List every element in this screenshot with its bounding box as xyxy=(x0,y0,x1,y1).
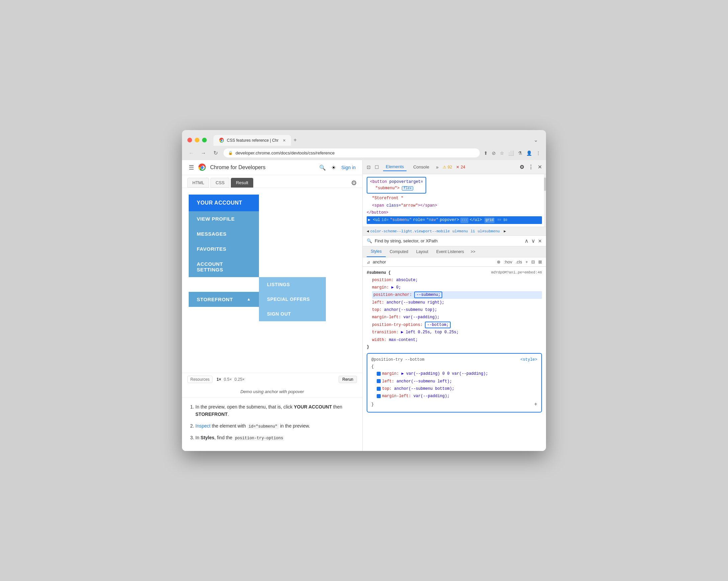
checkbox-margin[interactable] xyxy=(377,372,381,376)
back-button[interactable]: ← xyxy=(187,150,196,156)
favorites-item[interactable]: FAVORITES xyxy=(189,241,259,256)
sign-in-button[interactable]: Sign in xyxy=(341,165,356,170)
zoom-05x[interactable]: 0.5× xyxy=(224,377,232,382)
warning-count: 92 xyxy=(448,165,452,169)
rerun-button[interactable]: Rerun xyxy=(339,376,357,383)
inspect-link[interactable]: Inspect xyxy=(196,423,210,428)
elements-tab[interactable]: Elements xyxy=(383,163,407,171)
devtools-toolbar: ⊡ ☐ Elements Console » ⚠ 92 ✕ 24 ⚙ ⋮ ✕ xyxy=(363,160,546,174)
add-style-rule[interactable]: + xyxy=(525,259,528,265)
view-profile-item[interactable]: VIEW PROFILE xyxy=(189,211,259,226)
styles-tab[interactable]: Styles xyxy=(367,246,386,257)
account-settings-item[interactable]: ACCOUNT SETTINGS xyxy=(189,256,259,277)
device-toolbar-icon[interactable]: ☐ xyxy=(375,164,379,170)
breadcrumb-item-4[interactable]: ul#submenu xyxy=(478,229,500,233)
checkbox-margin-left[interactable] xyxy=(377,394,381,398)
code-settings-icon[interactable]: ⚙ xyxy=(351,179,357,187)
storefront-arrow: ▲ xyxy=(247,297,251,302)
active-tab[interactable]: CSS features reference | Chr ✕ xyxy=(213,135,291,146)
css-prop-margin-left: margin-left: var(--padding); xyxy=(372,313,542,321)
bookmark-icon[interactable]: ☆ xyxy=(500,150,504,156)
hamburger-menu[interactable]: ☰ xyxy=(189,164,194,171)
profile-icon[interactable]: 👤 xyxy=(526,150,532,156)
search-input[interactable]: Find by string, selector, or XPath xyxy=(375,238,522,243)
menu-icon[interactable]: ⋮ xyxy=(536,150,541,156)
search-icon-devtools: 🔍 xyxy=(367,238,372,243)
html-tab[interactable]: HTML xyxy=(187,178,209,188)
pt-margin-left: margin-left: var(--padding); xyxy=(377,392,537,400)
class-button[interactable]: .cls xyxy=(516,259,522,265)
devtools-panel: ⊡ ☐ Elements Console » ⚠ 92 ✕ 24 ⚙ ⋮ ✕ xyxy=(363,160,546,451)
cast-icon[interactable]: ⬆ xyxy=(484,150,488,156)
pt-open: { xyxy=(371,363,537,370)
pt-selector: @position-try --bottom xyxy=(371,357,424,362)
listings-item[interactable]: LISTINGS xyxy=(259,277,326,292)
special-offers-item[interactable]: SPECIAL OFFERS xyxy=(259,292,326,307)
refresh-button[interactable]: ↻ xyxy=(211,150,219,156)
css-tab[interactable]: CSS xyxy=(210,178,230,188)
warning-icon: ⚠ xyxy=(443,165,446,169)
layout-tab[interactable]: Layout xyxy=(412,247,432,257)
new-tab-button[interactable]: + xyxy=(291,134,300,146)
zoom-025x[interactable]: 0.25× xyxy=(235,377,244,382)
sign-out-item[interactable]: SIGN OUT xyxy=(259,307,326,321)
lock-icon: 🔒 xyxy=(228,151,233,155)
labs-icon[interactable]: ⚗ xyxy=(518,150,522,156)
more-tabs-button[interactable]: » xyxy=(436,164,439,170)
address-actions: ⬆ ⊘ ☆ ⬜ ⚗ 👤 ⋮ xyxy=(484,150,541,156)
forward-button[interactable]: → xyxy=(200,150,207,156)
breadcrumb-next[interactable]: ▶ xyxy=(504,229,506,233)
extensions-icon[interactable]: ⬜ xyxy=(508,150,514,156)
minimize-button[interactable] xyxy=(195,138,200,142)
menu-demo: YOUR ACCOUNT VIEW PROFILE MESSAGES FAVOR… xyxy=(182,188,362,328)
search-down-arrow[interactable]: ∨ xyxy=(531,238,535,244)
chrome-logo xyxy=(198,163,206,171)
breadcrumb-prev[interactable]: ◀ xyxy=(367,229,369,233)
result-tab[interactable]: Result xyxy=(231,178,253,188)
console-tab[interactable]: Console xyxy=(411,163,432,171)
menu-items: VIEW PROFILE MESSAGES FAVORITES ACCOUNT … xyxy=(189,211,356,321)
tab-close-button[interactable]: ✕ xyxy=(283,138,286,143)
pt-margin: margin: ▶ var(--padding) 0 0 var(--paddi… xyxy=(377,370,537,378)
pseudo-state-button[interactable]: :hov xyxy=(504,259,512,265)
lens-icon[interactable]: ⊘ xyxy=(492,150,496,156)
checkbox-top[interactable] xyxy=(377,387,381,391)
search-up-arrow[interactable]: ∧ xyxy=(525,238,528,244)
devtools-close-button[interactable]: ✕ xyxy=(538,164,542,170)
search-bar: 🔍 Find by string, selector, or XPath ∧ ∨… xyxy=(363,236,546,246)
filter-actions: ⊗ :hov .cls + ⊟ ⊠ xyxy=(497,259,542,265)
breadcrumb-item-1[interactable]: color-scheme--light.viewport--mobile xyxy=(370,229,450,233)
address-input[interactable]: 🔒 developer.chrome.com/docs/devtools/css… xyxy=(224,148,480,158)
computed-tab[interactable]: Computed xyxy=(386,247,412,257)
breadcrumb-item-2[interactable]: ul#menu xyxy=(452,229,468,233)
search-icon[interactable]: 🔍 xyxy=(319,164,326,171)
theme-icon[interactable]: ☀ xyxy=(331,164,336,171)
more-styles-tabs[interactable]: >> xyxy=(471,249,475,254)
computed-icon[interactable]: ⊠ xyxy=(538,259,542,265)
checkbox-left[interactable] xyxy=(377,379,381,383)
resources-label[interactable]: Resources xyxy=(187,376,212,383)
storefront-item[interactable]: STOREFRONT ▲ xyxy=(189,292,259,307)
close-button[interactable] xyxy=(187,138,192,142)
breadcrumb-bar: ◀ color-scheme--light.viewport--mobile u… xyxy=(363,227,546,236)
add-rule-button[interactable]: + xyxy=(534,400,537,409)
filter-text[interactable]: anchor xyxy=(373,259,494,265)
zoom-1x[interactable]: 1× xyxy=(216,377,221,382)
maximize-button[interactable] xyxy=(202,138,207,142)
instruction-2: Inspect the element with id="submenu" in… xyxy=(196,422,356,430)
devtools-more-icon[interactable]: ⋮ xyxy=(528,164,534,170)
devtools-settings-icon[interactable]: ⚙ xyxy=(520,164,524,170)
element-selector-icon[interactable]: ⊡ xyxy=(367,164,371,170)
css-close-brace: } xyxy=(367,345,369,349)
error-badge: ✕ 24 xyxy=(456,165,465,169)
your-account-button[interactable]: YOUR ACCOUNT xyxy=(189,195,259,211)
pt-source[interactable]: <style> xyxy=(521,356,537,363)
messages-item[interactable]: MESSAGES xyxy=(189,226,259,241)
clear-filter-button[interactable]: ⊗ xyxy=(497,259,500,265)
tab-list-button[interactable]: ⌄ xyxy=(531,134,541,146)
event-listeners-tab[interactable]: Event Listeners xyxy=(432,247,468,257)
layout-icon[interactable]: ⊟ xyxy=(531,259,535,265)
css-prop-margin: margin: ▶ 0; xyxy=(372,284,542,291)
search-close-button[interactable]: ✕ xyxy=(538,238,542,244)
breadcrumb-item-3[interactable]: li xyxy=(470,229,475,233)
